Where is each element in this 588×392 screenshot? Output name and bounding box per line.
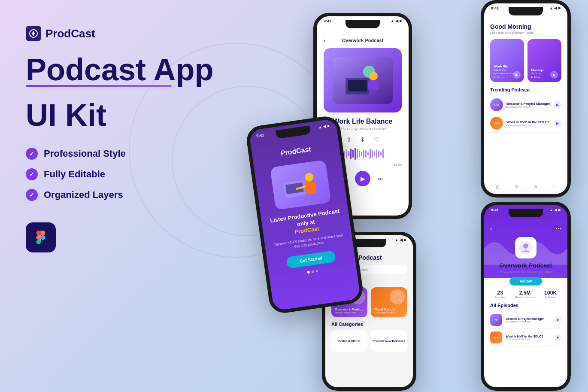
ep-avatar-1: MV <box>490 331 502 343</box>
svg-rect-7 <box>304 181 316 194</box>
duration-dot-0 <box>494 76 495 78</box>
play-button[interactable]: ▶ <box>355 171 370 186</box>
ep-play-0[interactable]: ▶ <box>555 316 561 323</box>
stat-followers-value: 100K <box>544 290 557 296</box>
left-panel: ProdCast Podcast App UI Kit ✓ Profession… <box>26 26 232 252</box>
svg-point-6 <box>304 172 314 182</box>
dot-3 <box>315 270 318 273</box>
get-started-button[interactable]: Get Started <box>286 250 336 269</box>
trending-author-1: By Overwork Podcast <box>506 124 550 127</box>
trending-play-1[interactable]: ▶ <box>554 119 561 127</box>
notch-player <box>346 20 380 28</box>
svg-rect-12 <box>348 80 367 91</box>
featured-card-1[interactable]: Good People Samantha Morgan <box>371 287 407 317</box>
logo-icon <box>26 26 41 41</box>
category-label-0: Podcast Charts <box>338 340 360 343</box>
phone-home: 9:41 ▲ ◀ ■ Good Morning Let's find your … <box>481 0 571 198</box>
feature-label-0: Professional Style <box>44 148 126 159</box>
trending-play-0[interactable]: ▶ <box>554 101 561 109</box>
trending-name-1: What is MVP in the SDLC? <box>506 120 550 124</box>
check-icon-1: ✓ <box>26 168 38 180</box>
ep-play-1[interactable]: ▶ <box>555 334 561 341</box>
headline-podcast-app: Podcast App <box>26 54 232 85</box>
featured-card-author-0: Markus Antonsenn <box>335 311 364 314</box>
home-play-icon-1[interactable]: ▶ <box>550 71 558 79</box>
detail-wave-decoration <box>484 231 567 265</box>
detail-podcast-desc: Just do your work and listen to our podc… <box>490 270 561 273</box>
ep-info-0: Became a Project Manager By Samantha Mor… <box>506 317 551 323</box>
phone-detail: 9:41 ▲ ◀ ■ ‹ ⋯ Ov <box>481 202 571 391</box>
share-icon[interactable]: ⇧ <box>346 136 352 143</box>
category-card-0[interactable]: Podcast Charts <box>331 330 367 352</box>
trending-author-0: By Samantha Morgan <box>506 106 550 108</box>
detail-screen: 9:41 ▲ ◀ ■ ‹ ⋯ Ov <box>484 205 567 387</box>
nav-search-icon[interactable]: ⊕ <box>514 183 519 190</box>
next-button[interactable]: ⏭ <box>377 175 383 182</box>
category-label-1: Podcast New Releases <box>373 340 405 343</box>
trending-info-0: Became a Project Manager By Samantha Mor… <box>506 102 550 108</box>
detail-stats: 23 Episodes 2,5M Monthly Listeners 100K … <box>490 290 561 298</box>
ep-author-0: By Samantha Morgan <box>506 320 551 323</box>
trending-name-0: Became a Project Manager <box>506 102 550 106</box>
svg-rect-1 <box>32 32 33 35</box>
player-back-button[interactable]: ‹ <box>324 37 326 44</box>
stat-listeners-value: 2,5M <box>515 290 535 296</box>
duration-dot-1 <box>531 76 533 78</box>
home-play-icon-0[interactable]: ▶ <box>513 71 521 79</box>
feature-label-1: Fully Editable <box>44 169 105 180</box>
notch-detail <box>509 209 543 217</box>
splash-logo: ProdCast <box>280 146 312 158</box>
logo-row: ProdCast <box>26 26 232 41</box>
feat-shape-1 <box>390 289 405 304</box>
check-icon-2: ✓ <box>26 189 38 201</box>
stat-followers: 100K Followers <box>544 290 557 298</box>
heart-icon[interactable]: ♡ <box>374 136 379 143</box>
notch-home <box>509 7 543 15</box>
svg-rect-2 <box>33 31 34 36</box>
feature-list: ✓ Professional Style ✓ Fully Editable ✓ … <box>26 148 232 201</box>
feature-item-1: ✓ Fully Editable <box>26 168 232 180</box>
all-episodes-title: All Episodes <box>490 303 561 308</box>
episode-item-1[interactable]: MV What is MVP in the SDLC? By Overwork … <box>490 329 561 346</box>
home-greeting-sub: Let's find your podcast, Mark <box>490 31 561 35</box>
duration-text-1: 10 mi... <box>534 76 543 79</box>
home-greeting: Good Morning <box>490 23 561 30</box>
download-icon[interactable]: ⬇ <box>360 136 365 143</box>
phone-frame-home: 9:41 ▲ ◀ ■ Good Morning Let's find your … <box>481 0 571 198</box>
trending-item-0[interactable]: SM Became a Project Manager By Samantha … <box>490 96 561 114</box>
ep-avatar-0: PM <box>490 314 502 326</box>
categories-row: Podcast Charts Podcast New Releases <box>331 330 407 352</box>
dot-1 <box>307 271 310 274</box>
nav-library-icon[interactable]: ≡ <box>534 183 537 190</box>
featured-card-title-1: Good People <box>374 307 403 311</box>
episode-item-0[interactable]: PM Became a Project Manager By Samantha … <box>490 311 561 329</box>
ep-info-1: What is MVP in the SDLC? By Overwork Pod… <box>506 335 551 340</box>
phone-screen-detail: 9:41 ▲ ◀ ■ ‹ ⋯ Ov <box>484 205 567 387</box>
nav-home-icon[interactable]: ⌂ <box>496 183 499 190</box>
phone-screen-home: 9:41 ▲ ◀ ■ Good Morning Let's find your … <box>484 3 567 194</box>
svg-rect-14 <box>368 80 379 90</box>
trending-info-1: What is MVP in the SDLC? By Overwork Pod… <box>506 120 550 127</box>
home-card-0[interactable]: ▶ Work life balance By Overwork Podcast … <box>490 39 524 82</box>
trending-title: Trending Podcast <box>490 87 561 92</box>
nav-profile-icon[interactable]: ○ <box>552 183 555 190</box>
check-icon-0: ✓ <box>26 148 38 160</box>
featured-card-title-0: Overwork Podc... <box>335 307 364 311</box>
trending-avatar-1: OP <box>490 117 503 130</box>
category-card-1[interactable]: Podcast New Releases <box>371 330 407 352</box>
splash-dots <box>307 270 318 274</box>
svg-point-13 <box>369 72 378 80</box>
follow-button[interactable]: Follow <box>509 277 543 286</box>
svg-rect-3 <box>34 33 35 34</box>
trending-item-1[interactable]: OP What is MVP in the SDLC? By Overwork … <box>490 114 561 133</box>
feature-item-0: ✓ Professional Style <box>26 148 232 160</box>
notch-discover <box>352 239 386 247</box>
figma-badge <box>26 222 56 252</box>
stat-episodes: 23 Episodes <box>495 290 506 298</box>
player-artwork <box>324 48 402 112</box>
ep-title-1: What is MVP in the SDLC? <box>506 335 551 338</box>
dot-2 <box>311 270 314 273</box>
total-time: 34:00 <box>393 163 402 167</box>
home-card-1[interactable]: ▶ Manage... By Clinto... 10 mi... <box>527 39 561 82</box>
headline-ui-kit: UI Kit <box>26 100 232 131</box>
